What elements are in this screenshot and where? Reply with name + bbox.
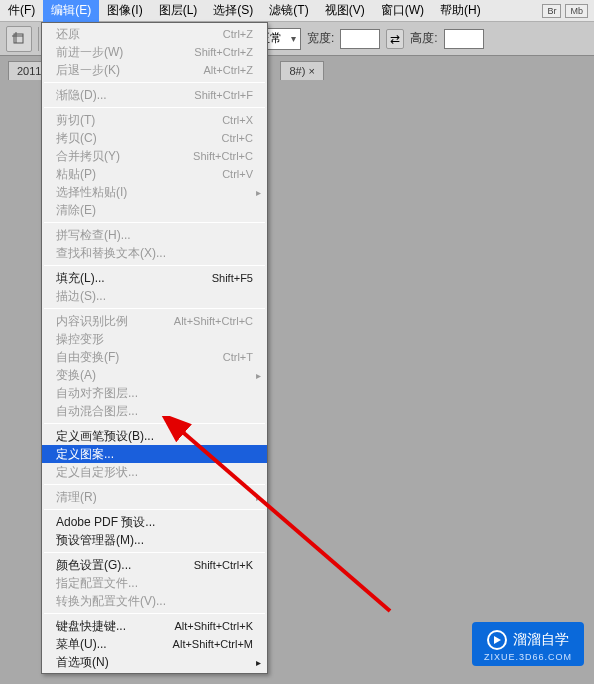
menu-image[interactable]: 图像(I): [99, 0, 150, 22]
menu-select[interactable]: 选择(S): [205, 0, 261, 22]
menu-item: 前进一步(W)Shift+Ctrl+Z: [42, 43, 267, 61]
menu-item: 拷贝(C)Ctrl+C: [42, 129, 267, 147]
menu-separator: [44, 82, 265, 83]
menu-item-label: 剪切(T): [56, 112, 222, 129]
menu-item: 转换为配置文件(V)...: [42, 592, 267, 610]
menu-item[interactable]: 填充(L)...Shift+F5: [42, 269, 267, 287]
menu-separator: [44, 509, 265, 510]
menu-item-label: 定义画笔预设(B)...: [56, 428, 253, 445]
menu-item-shortcut: Ctrl+V: [222, 168, 253, 180]
menu-item-shortcut: Alt+Shift+Ctrl+C: [174, 315, 253, 327]
menu-separator: [44, 484, 265, 485]
menu-item-label: 描边(S)...: [56, 288, 253, 305]
menu-item: 自由变换(F)Ctrl+T: [42, 348, 267, 366]
menu-item-label: 填充(L)...: [56, 270, 212, 287]
menu-separator: [44, 265, 265, 266]
menu-separator: [44, 552, 265, 553]
menu-item-label: 转换为配置文件(V)...: [56, 593, 253, 610]
menu-item-label: 自由变换(F): [56, 349, 223, 366]
menu-item-label: 后退一步(K): [56, 62, 203, 79]
menu-item[interactable]: 定义图案...: [42, 445, 267, 463]
menu-item[interactable]: 首选项(N): [42, 653, 267, 671]
watermark-logo: 溜溜自学 ZIXUE.3D66.COM: [472, 622, 584, 666]
menu-separator: [44, 107, 265, 108]
menu-item-label: 清理(R): [56, 489, 253, 506]
menu-separator: [44, 423, 265, 424]
menu-item-label: 前进一步(W): [56, 44, 194, 61]
mb-icon[interactable]: Mb: [565, 4, 588, 18]
menu-item-label: 菜单(U)...: [56, 636, 173, 653]
menu-item-shortcut: Ctrl+C: [222, 132, 253, 144]
menu-item-label: 清除(E): [56, 202, 253, 219]
menu-item-label: 定义图案...: [56, 446, 253, 463]
height-label: 高度:: [410, 30, 437, 47]
menu-item: 剪切(T)Ctrl+X: [42, 111, 267, 129]
menu-filter[interactable]: 滤镜(T): [261, 0, 316, 22]
menu-view[interactable]: 视图(V): [317, 0, 373, 22]
menu-item-shortcut: Ctrl+Z: [223, 28, 253, 40]
menu-item: 描边(S)...: [42, 287, 267, 305]
menu-item: 粘贴(P)Ctrl+V: [42, 165, 267, 183]
menu-item[interactable]: 菜单(U)...Alt+Shift+Ctrl+M: [42, 635, 267, 653]
menu-item-shortcut: Ctrl+T: [223, 351, 253, 363]
document-tab-2[interactable]: 8#) ×: [280, 61, 323, 80]
menu-item[interactable]: 颜色设置(G)...Shift+Ctrl+K: [42, 556, 267, 574]
menu-item: 自动对齐图层...: [42, 384, 267, 402]
menu-item[interactable]: 预设管理器(M)...: [42, 531, 267, 549]
menu-item[interactable]: 键盘快捷键...Alt+Shift+Ctrl+K: [42, 617, 267, 635]
crop-tool-icon[interactable]: [6, 26, 32, 52]
menu-item: 清除(E): [42, 201, 267, 219]
menu-item-shortcut: Ctrl+X: [222, 114, 253, 126]
menu-item: 合并拷贝(Y)Shift+Ctrl+C: [42, 147, 267, 165]
menu-item: 变换(A): [42, 366, 267, 384]
menu-item-shortcut: Shift+Ctrl+F: [194, 89, 253, 101]
menu-window[interactable]: 窗口(W): [373, 0, 432, 22]
menu-item-label: Adobe PDF 预设...: [56, 514, 253, 531]
menu-item-shortcut: Alt+Ctrl+Z: [203, 64, 253, 76]
menu-item[interactable]: 定义画笔预设(B)...: [42, 427, 267, 445]
play-icon: [487, 630, 507, 650]
menu-item: 渐隐(D)...Shift+Ctrl+F: [42, 86, 267, 104]
menu-separator: [44, 613, 265, 614]
menu-help[interactable]: 帮助(H): [432, 0, 489, 22]
svg-rect-0: [14, 34, 23, 43]
menu-edit[interactable]: 编辑(E): [43, 0, 99, 22]
menu-item-shortcut: Alt+Shift+Ctrl+M: [173, 638, 253, 650]
menu-separator: [44, 308, 265, 309]
menu-item: 自动混合图层...: [42, 402, 267, 420]
height-input[interactable]: [444, 29, 484, 49]
menu-item-label: 还原: [56, 26, 223, 43]
menu-item: 定义自定形状...: [42, 463, 267, 481]
menu-item: 查找和替换文本(X)...: [42, 244, 267, 262]
menu-item-label: 操控变形: [56, 331, 253, 348]
menu-item-label: 渐隐(D)...: [56, 87, 194, 104]
menu-item-label: 指定配置文件...: [56, 575, 253, 592]
menu-item-label: 选择性粘贴(I): [56, 184, 253, 201]
menu-item: 后退一步(K)Alt+Ctrl+Z: [42, 61, 267, 79]
menu-separator: [44, 222, 265, 223]
menu-item-label: 查找和替换文本(X)...: [56, 245, 253, 262]
menu-item: 选择性粘贴(I): [42, 183, 267, 201]
menu-item-label: 粘贴(P): [56, 166, 222, 183]
menu-item-label: 拼写检查(H)...: [56, 227, 253, 244]
menu-item-label: 定义自定形状...: [56, 464, 253, 481]
width-input[interactable]: [340, 29, 380, 49]
menu-item: 拼写检查(H)...: [42, 226, 267, 244]
menu-item: 操控变形: [42, 330, 267, 348]
menu-item: 还原Ctrl+Z: [42, 25, 267, 43]
menu-item-label: 内容识别比例: [56, 313, 174, 330]
menu-item-label: 自动混合图层...: [56, 403, 253, 420]
menu-layer[interactable]: 图层(L): [151, 0, 206, 22]
menu-item-label: 预设管理器(M)...: [56, 532, 253, 549]
menu-file[interactable]: 件(F): [0, 0, 43, 22]
menu-item: 内容识别比例Alt+Shift+Ctrl+C: [42, 312, 267, 330]
menu-item-label: 变换(A): [56, 367, 253, 384]
bridge-icon[interactable]: Br: [542, 4, 561, 18]
menu-item-label: 合并拷贝(Y): [56, 148, 193, 165]
menu-item-label: 自动对齐图层...: [56, 385, 253, 402]
menu-item-label: 拷贝(C): [56, 130, 222, 147]
menu-item[interactable]: Adobe PDF 预设...: [42, 513, 267, 531]
swap-icon[interactable]: ⇄: [386, 29, 404, 49]
menu-item-shortcut: Shift+Ctrl+C: [193, 150, 253, 162]
menu-item-label: 键盘快捷键...: [56, 618, 174, 635]
